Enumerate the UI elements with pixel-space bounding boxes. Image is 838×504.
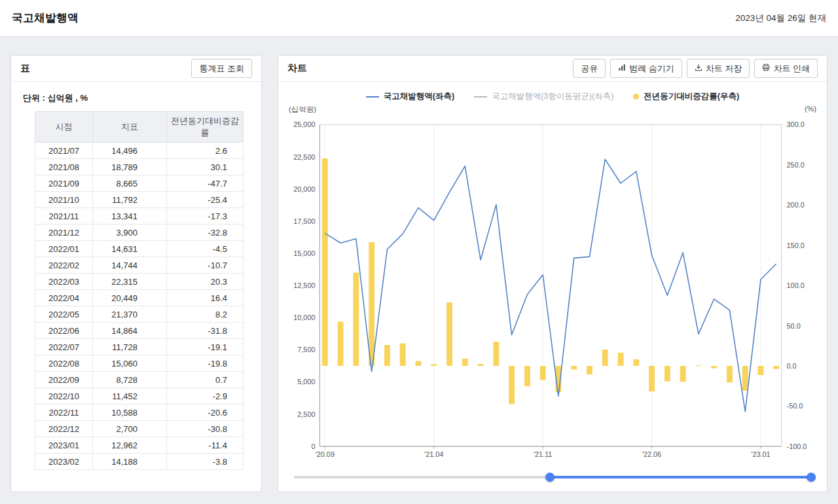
table-row: 2022/0420,44916.4 (35, 290, 244, 306)
share-button[interactable]: 공유 (573, 59, 606, 78)
table-row: 2021/1011,792-25.4 (35, 192, 244, 208)
table-row: 2022/1110,588-20.6 (35, 405, 244, 421)
legend-item-issuance[interactable]: 국고채발행액(좌측) (366, 91, 454, 102)
svg-text:'21.04: '21.04 (424, 450, 443, 458)
svg-text:12,500: 12,500 (293, 281, 315, 289)
x-gridlines (325, 125, 761, 446)
table-cell-value: 11,728 (93, 339, 167, 355)
table-row: 2022/0711,728-19.1 (35, 339, 244, 355)
table-cell-period: 2022/04 (35, 290, 93, 306)
table-cell-yoy: 0.7 (167, 372, 244, 388)
left-axis-unit: (십억원) (289, 105, 316, 115)
stats-table-body: 2021/0714,4962.62021/0818,78930.12021/09… (35, 143, 244, 470)
svg-text:150.0: 150.0 (787, 242, 805, 249)
table-cell-value: 13,341 (93, 208, 167, 225)
axis-unit-labels: (십억원) (%) (289, 105, 816, 115)
printer-icon (762, 63, 770, 73)
page-header: 국고채발행액 2023년 04월 26일 현재 (0, 0, 838, 37)
chart-panel: 차트 공유 범례 숨기기 차트 저장 (278, 55, 828, 492)
svg-text:50.0: 50.0 (787, 322, 801, 330)
table-row: 2022/0815,060-19.8 (35, 355, 244, 372)
table-cell-period: 2022/11 (35, 405, 93, 421)
save-chart-button[interactable]: 차트 저장 (687, 59, 750, 78)
svg-text:'23.01: '23.01 (751, 450, 770, 458)
table-cell-yoy: -3.8 (167, 454, 244, 470)
table-cell-value: 15,060 (93, 355, 167, 372)
table-row: 2021/0714,4962.6 (35, 143, 244, 159)
content-area: 표 통계표 조회 단위 : 십억원 , % 시점 지표 전년동기대비증감률 20… (0, 37, 838, 503)
table-cell-yoy: -19.8 (167, 355, 244, 372)
column-header-yoy: 전년동기대비증감률 (167, 112, 244, 143)
table-cell-yoy: -47.7 (167, 175, 244, 192)
legend-label: 국고채발행액(좌측) (384, 91, 454, 102)
svg-text:2,500: 2,500 (297, 410, 315, 418)
legend-item-yoy[interactable]: 전년동기대비증감률(우측) (633, 91, 739, 102)
table-panel-body: 단위 : 십억원 , % 시점 지표 전년동기대비증감률 2021/0714,4… (11, 82, 261, 479)
x-axis-labels: '20.09'21.04'21.11'22.06'23.01 (316, 446, 771, 458)
hide-legend-button[interactable]: 범례 숨기기 (610, 59, 682, 78)
table-cell-period: 2022/01 (35, 241, 93, 257)
page-title: 국고채발행액 (12, 10, 79, 26)
table-cell-value: 14,631 (93, 241, 167, 257)
table-cell-value: 12,962 (93, 437, 167, 454)
combo-chart: '20.09'21.04'21.11'22.06'23.0102,5005,00… (289, 116, 816, 464)
table-cell-value: 18,789 (93, 159, 167, 175)
svg-text:15,000: 15,000 (293, 249, 315, 257)
svg-text:'22.06: '22.06 (642, 450, 661, 458)
right-axis-labels: -100.0-50.00.050.0100.0150.0200.0250.030… (787, 121, 807, 450)
table-panel: 표 통계표 조회 단위 : 십억원 , % 시점 지표 전년동기대비증감률 20… (10, 55, 262, 492)
table-cell-value: 14,496 (93, 143, 167, 159)
line-series-swatch-icon (474, 96, 487, 98)
print-chart-button[interactable]: 차트 인쇄 (754, 59, 818, 78)
svg-text:0.0: 0.0 (787, 362, 797, 370)
table-cell-yoy: -2.9 (167, 388, 244, 405)
table-cell-value: 20,449 (93, 290, 167, 306)
table-cell-yoy: 2.6 (167, 143, 244, 159)
svg-text:300.0: 300.0 (787, 121, 805, 129)
table-cell-yoy: -32.8 (167, 225, 244, 241)
table-cell-yoy: -20.6 (167, 405, 244, 421)
svg-text:200.0: 200.0 (787, 201, 805, 209)
unit-label: 단위 : 십억원 , % (23, 92, 251, 104)
svg-text:0: 0 (311, 442, 315, 450)
slider-selected-range[interactable] (550, 476, 811, 478)
svg-text:22,500: 22,500 (293, 153, 315, 161)
left-axis-labels: 02,5005,0007,50010,00012,50015,00017,500… (293, 121, 315, 450)
table-row: 2021/0818,78930.1 (35, 159, 244, 175)
table-cell-value: 21,370 (93, 306, 167, 323)
slider-handle-start[interactable] (545, 473, 555, 482)
table-panel-title: 표 (20, 62, 30, 75)
view-statistics-table-button[interactable]: 통계표 조회 (191, 59, 252, 78)
svg-text:7,500: 7,500 (297, 346, 315, 353)
table-cell-yoy: -10.7 (167, 257, 244, 274)
table-cell-period: 2021/09 (35, 175, 93, 192)
legend-item-moving-average[interactable]: 국고채발행액(3항이동평균)(좌측) (474, 91, 613, 102)
table-cell-value: 8,728 (93, 372, 167, 388)
svg-text:100.0: 100.0 (787, 281, 805, 289)
table-cell-period: 2023/01 (35, 437, 93, 454)
table-row: 2022/0614,864-31.8 (35, 323, 244, 339)
table-cell-period: 2022/07 (35, 339, 93, 355)
table-row: 2022/1011,452-2.9 (35, 388, 244, 405)
table-cell-value: 3,900 (93, 225, 167, 241)
range-slider[interactable] (294, 472, 811, 482)
table-cell-value: 8,665 (93, 175, 167, 192)
legend-chart-icon (618, 63, 626, 73)
chart-panel-header: 차트 공유 범례 숨기기 차트 저장 (278, 56, 827, 82)
chart-toolbar: 공유 범례 숨기기 차트 저장 (573, 59, 818, 78)
table-cell-value: 22,315 (93, 274, 167, 290)
svg-text:10,000: 10,000 (293, 314, 315, 321)
issuance-line-series (325, 159, 776, 412)
table-cell-period: 2022/06 (35, 323, 93, 339)
table-cell-period: 2021/12 (35, 225, 93, 241)
column-header-period: 시점 (35, 112, 93, 143)
table-cell-value: 14,864 (93, 323, 167, 339)
slider-handle-end[interactable] (807, 473, 816, 482)
chart-legend: 국고채발행액(좌측) 국고채발행액(3항이동평균)(좌측) 전년동기대비증감률(… (289, 91, 816, 102)
table-row: 2023/0112,962-11.4 (35, 437, 244, 454)
table-row: 2022/0114,631-4.5 (35, 241, 244, 257)
table-cell-value: 2,700 (93, 421, 167, 437)
table-row: 2022/098,7280.7 (35, 372, 244, 388)
right-axis-unit: (%) (805, 105, 816, 115)
table-cell-value: 10,588 (93, 405, 167, 421)
